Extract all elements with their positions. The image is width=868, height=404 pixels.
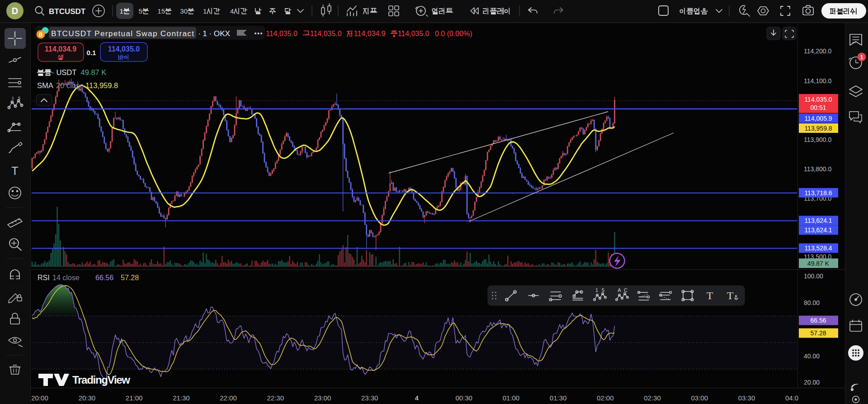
svg-text:22:30: 22:30 xyxy=(267,394,284,402)
svg-text:T: T xyxy=(11,164,18,177)
svg-text:4: 4 xyxy=(415,394,419,402)
svg-text:RSI: RSI xyxy=(38,274,50,282)
svg-text:113,528.4: 113,528.4 xyxy=(804,244,832,252)
svg-text:· 1 · OKX: · 1 · OKX xyxy=(198,29,231,38)
svg-text:0.1: 0.1 xyxy=(87,49,96,56)
svg-text:BTCUSDT: BTCUSDT xyxy=(49,7,86,16)
svg-text:1: 1 xyxy=(595,287,598,293)
svg-text:T: T xyxy=(707,290,713,301)
svg-text:49.87 K: 49.87 K xyxy=(81,68,107,76)
svg-text:100.00: 100.00 xyxy=(804,272,823,280)
svg-text:00:51: 00:51 xyxy=(810,104,826,111)
svg-text:03:00: 03:00 xyxy=(691,394,708,402)
svg-text:114,035.0: 114,035.0 xyxy=(310,30,342,38)
svg-text:113,624.1: 113,624.1 xyxy=(804,217,832,224)
svg-text:SMA: SMA xyxy=(37,81,53,89)
svg-text:114,034.9: 114,034.9 xyxy=(45,45,76,53)
svg-text:5: 5 xyxy=(139,7,142,15)
svg-text:113,959.8: 113,959.8 xyxy=(85,81,118,89)
svg-text:40.00: 40.00 xyxy=(804,352,820,360)
svg-text:· USDT: · USDT xyxy=(52,68,76,76)
svg-text:113,959.8: 113,959.8 xyxy=(804,125,832,132)
svg-text:02:00: 02:00 xyxy=(597,394,614,402)
svg-text:66.56: 66.56 xyxy=(95,274,113,282)
svg-text:113,900.0: 113,900.0 xyxy=(804,136,831,143)
svg-text:4: 4 xyxy=(230,7,234,15)
svg-text:20.00: 20.00 xyxy=(804,379,820,386)
svg-text:15: 15 xyxy=(157,7,165,15)
svg-text:04:0: 04:0 xyxy=(785,394,798,402)
svg-text:113,800.0: 113,800.0 xyxy=(804,165,831,173)
svg-text:21:30: 21:30 xyxy=(173,394,190,402)
svg-text:114,035.0: 114,035.0 xyxy=(108,45,140,53)
svg-text:114,034.9: 114,034.9 xyxy=(354,30,386,38)
svg-text:66.56: 66.56 xyxy=(810,317,826,324)
svg-text:B: B xyxy=(39,32,43,38)
svg-text:D: D xyxy=(12,6,18,16)
svg-text:1: 1 xyxy=(120,7,123,15)
svg-text:03:30: 03:30 xyxy=(738,394,755,402)
svg-text:114,005.9: 114,005.9 xyxy=(804,115,832,122)
svg-text:1: 1 xyxy=(860,54,863,61)
svg-text:14 close: 14 close xyxy=(52,274,80,282)
svg-text:C: C xyxy=(624,287,627,293)
svg-text:22:00: 22:00 xyxy=(220,394,237,402)
svg-text:02:30: 02:30 xyxy=(644,394,661,402)
svg-text:114,035.0: 114,035.0 xyxy=(804,96,832,103)
svg-text:0.0 (0.00%): 0.0 (0.00%) xyxy=(435,30,472,38)
svg-text:114,100.0: 114,100.0 xyxy=(804,77,831,85)
svg-text:20 close: 20 close xyxy=(56,81,84,89)
svg-text:00:30: 00:30 xyxy=(455,394,472,402)
svg-text:113,624.1: 113,624.1 xyxy=(804,226,832,234)
svg-text:114,200.0: 114,200.0 xyxy=(804,47,831,55)
svg-text:01:00: 01:00 xyxy=(503,394,520,402)
svg-text:A: A xyxy=(618,287,621,293)
svg-text:20:00: 20:00 xyxy=(31,394,48,402)
svg-text:01:30: 01:30 xyxy=(550,394,567,402)
svg-text:21:00: 21:00 xyxy=(126,394,143,402)
svg-text:57.28: 57.28 xyxy=(810,329,826,337)
svg-text:TradingView: TradingView xyxy=(72,374,130,386)
svg-text:49.87 K: 49.87 K xyxy=(807,260,830,267)
svg-text:1: 1 xyxy=(203,7,207,15)
svg-text:80.00: 80.00 xyxy=(804,299,820,306)
svg-text:114,035.0: 114,035.0 xyxy=(266,30,297,38)
svg-text:5: 5 xyxy=(602,287,604,293)
svg-text:57.28: 57.28 xyxy=(121,274,139,282)
svg-text:23:00: 23:00 xyxy=(314,394,331,402)
svg-text:113,718.6: 113,718.6 xyxy=(804,189,832,197)
svg-text:1: 1 xyxy=(12,96,14,100)
svg-text:T: T xyxy=(727,290,734,301)
svg-text:23:30: 23:30 xyxy=(361,394,378,402)
svg-text:BTCUSDT Perpetual Swap Contrac: BTCUSDT Perpetual Swap Contract xyxy=(51,29,194,38)
svg-text:20:30: 20:30 xyxy=(79,394,96,402)
svg-text:30: 30 xyxy=(180,7,188,15)
svg-text:114,035.0: 114,035.0 xyxy=(398,30,429,38)
